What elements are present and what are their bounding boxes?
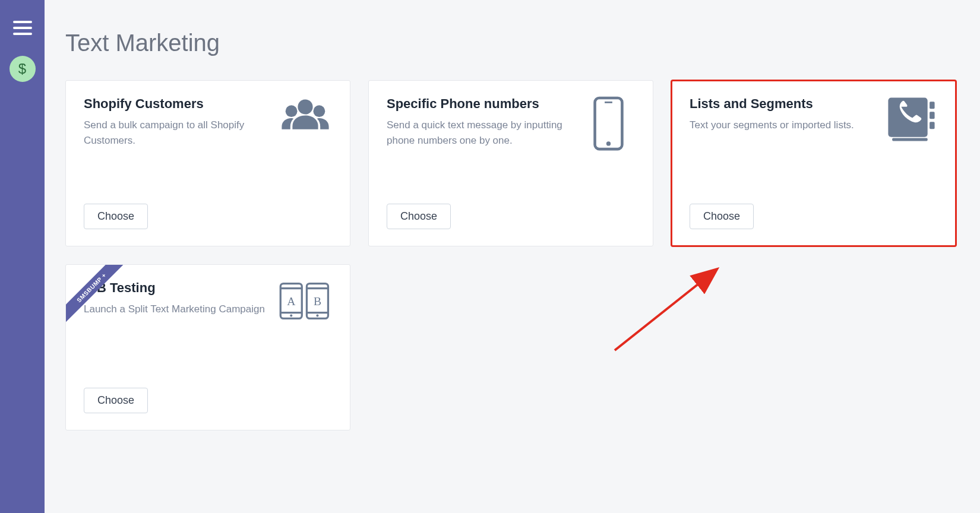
menu-icon[interactable] (13, 21, 32, 35)
card-header: Lists and Segments Text your segments or… (690, 96, 938, 142)
choose-button[interactable]: Choose (387, 204, 451, 229)
card-header: A/B Testing Launch a Split Text Marketin… (84, 280, 332, 322)
svg-text:B: B (314, 295, 321, 308)
card-text: A/B Testing Launch a Split Text Marketin… (84, 280, 267, 317)
card-footer: Choose (690, 192, 938, 229)
card-footer: Choose (387, 192, 635, 229)
card-description: Send a quick text message by inputting p… (387, 118, 570, 149)
card-text: Shopify Customers Send a bulk campaign t… (84, 96, 267, 149)
card-text: Lists and Segments Text your segments or… (690, 96, 872, 133)
card-footer: Choose (84, 192, 332, 229)
contact-book-icon (884, 96, 938, 142)
sidebar: $ (0, 0, 45, 513)
card-description: Text your segments or imported lists. (690, 118, 872, 133)
balance-badge[interactable]: $ (10, 56, 36, 82)
card-title: A/B Testing (84, 280, 267, 296)
choose-button[interactable]: Choose (690, 204, 754, 229)
card-shopify-customers: Shopify Customers Send a bulk campaign t… (65, 80, 350, 246)
cards-grid: Shopify Customers Send a bulk campaign t… (65, 80, 956, 430)
svg-rect-10 (892, 138, 928, 141)
choose-button[interactable]: Choose (84, 204, 148, 229)
card-ab-testing: SMSBUMP + A/B Testing Launch a Split Tex… (65, 264, 350, 430)
svg-point-2 (314, 105, 325, 117)
card-title: Specific Phone numbers (387, 96, 570, 112)
dollar-icon: $ (18, 61, 26, 77)
card-title: Shopify Customers (84, 96, 267, 112)
card-description: Launch a Split Text Marketing Campaign (84, 302, 267, 317)
card-title: Lists and Segments (690, 96, 872, 112)
svg-point-19 (290, 315, 292, 317)
svg-point-5 (606, 141, 610, 145)
svg-rect-8 (930, 112, 935, 119)
svg-point-1 (286, 105, 298, 117)
card-header: Specific Phone numbers Send a quick text… (387, 96, 635, 151)
choose-button[interactable]: Choose (84, 388, 148, 413)
svg-rect-9 (930, 122, 935, 129)
card-text: Specific Phone numbers Send a quick text… (387, 96, 570, 149)
card-description: Send a bulk campaign to all Shopify Cust… (84, 118, 267, 149)
card-footer: Choose (84, 376, 332, 413)
svg-rect-7 (930, 102, 935, 109)
customers-icon (279, 96, 332, 139)
svg-point-20 (316, 315, 318, 317)
ab-test-icon: A B (279, 280, 332, 322)
card-lists-and-segments: Lists and Segments Text your segments or… (671, 80, 956, 246)
svg-rect-3 (595, 98, 622, 149)
phone-icon (581, 96, 635, 151)
main-content: Text Marketing Shopify Customers Send a … (45, 0, 980, 513)
card-specific-phone-numbers: Specific Phone numbers Send a quick text… (368, 80, 653, 246)
page-title: Text Marketing (65, 30, 959, 56)
svg-point-0 (298, 99, 312, 114)
svg-text:A: A (287, 295, 296, 308)
card-header: Shopify Customers Send a bulk campaign t… (84, 96, 332, 149)
